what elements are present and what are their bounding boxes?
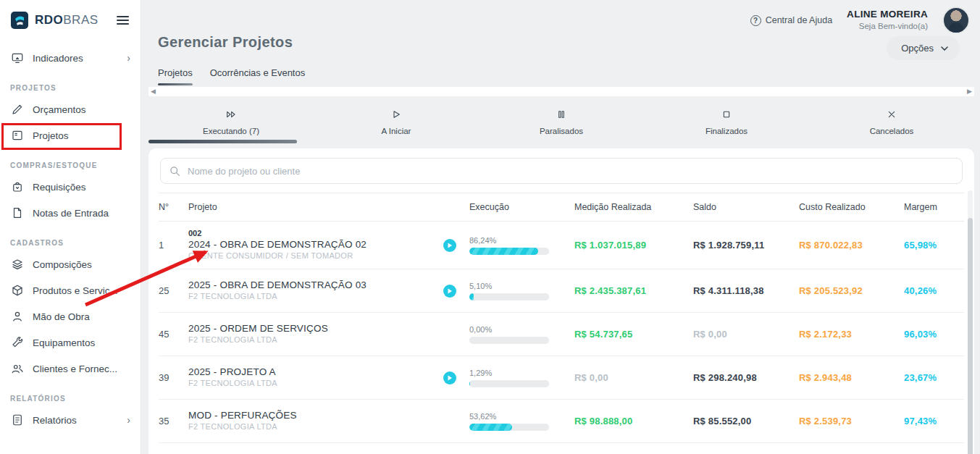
table-row[interactable]: 25 2025 - OBRA DE DEMONSTRAÇÃO 03 F2 TEC…	[159, 269, 964, 313]
logo-row: RDOBRAS	[0, 0, 141, 39]
status-label: Executando (7)	[203, 127, 259, 135]
sidebar-item-label: Projetos	[33, 130, 69, 141]
col-numero: N°	[159, 202, 188, 212]
hamburger-menu-icon[interactable]	[117, 14, 129, 27]
sidebar-item-ma-o-de-obra[interactable]: Mão de Obra ›	[0, 303, 141, 329]
chevron-down-icon	[941, 46, 948, 51]
project-code: 002	[188, 229, 443, 239]
scrollbar-thumb[interactable]	[968, 218, 973, 454]
col-margem: Margem	[904, 202, 964, 212]
tab-ocorrencias-e-eventos[interactable]: Ocorrências e Eventos	[210, 67, 306, 85]
horizontal-scrollbar[interactable]: ◀ ▶	[148, 87, 974, 96]
layers-icon	[10, 258, 24, 272]
sidebar-item-label: Composições	[33, 259, 92, 270]
sidebar-item-produtos-e-servic[interactable]: Produtos e Serviç... ›	[0, 277, 141, 303]
table-row[interactable]: 1 002 2024 - OBRA DE DEMONSTRAÇÃO 02 CLI…	[159, 222, 964, 269]
project-client: F2 TECNOLOGIA LTDA	[188, 335, 443, 345]
scroll-left-icon[interactable]: ◀	[151, 87, 156, 96]
status-tab-cancelados[interactable]: Cancelados	[809, 100, 974, 143]
playing-status-icon	[443, 239, 456, 252]
status-label: Paralisados	[540, 127, 583, 135]
execution-progress-bar	[469, 424, 549, 431]
sidebar-item-label: Equipamentos	[33, 337, 95, 348]
project-name[interactable]: 2025 - PROJETO A	[188, 366, 443, 379]
saldo-value: R$ 298.240,98	[693, 372, 799, 383]
saldo-value: R$ 85.552,00	[693, 416, 799, 426]
wrench-icon	[10, 336, 24, 350]
chevron-right-icon: ›	[127, 415, 130, 425]
sidebar-item-relato-rios[interactable]: Relatórios ›	[0, 407, 141, 433]
status-label: A Iniciar	[382, 127, 411, 135]
custo-realizado-value: R$ 2.539,73	[799, 416, 904, 426]
custo-realizado-value: R$ 2.943,48	[799, 372, 904, 383]
sidebar-item-notas-de-entrada[interactable]: Notas de Entrada ›	[0, 200, 141, 226]
sidebar-item-projetos[interactable]: Projetos ›	[0, 122, 141, 148]
table-body: 1 002 2024 - OBRA DE DEMONSTRAÇÃO 02 CLI…	[159, 222, 964, 454]
status-tab-a-iniciar[interactable]: A Iniciar	[314, 100, 479, 143]
cancel-icon	[886, 109, 897, 122]
sidebar-item-composic-o-es[interactable]: Composições ›	[0, 251, 141, 277]
help-center-link[interactable]: ? Central de Ajuda	[750, 15, 832, 26]
execution-progress-bar	[469, 337, 549, 344]
col-medicao-realizada: Medição Realizada	[574, 202, 693, 212]
sidebar-item-orc-amentos[interactable]: Orçamentos ›	[0, 96, 141, 122]
custo-realizado-value: R$ 2.172,33	[799, 329, 904, 340]
table-row[interactable]: 35 MOD - PERFURAÇÕES F2 TECNOLOGIA LTDA …	[159, 400, 964, 443]
status-tab-executando-7[interactable]: Executando (7)	[148, 100, 314, 143]
col-saldo: Saldo	[693, 202, 799, 212]
user-name: ALINE MOREIRA	[847, 9, 928, 21]
execution-percentage: 0,00%	[469, 325, 574, 334]
table-vertical-scrollbar[interactable]	[968, 190, 973, 454]
custo-realizado-value: R$ 205.523,92	[799, 285, 904, 296]
row-number: 1	[159, 240, 188, 251]
sidebar-item-label: Orçamentos	[33, 104, 86, 115]
search-icon	[169, 166, 180, 177]
monitor-icon	[10, 51, 24, 65]
execution-percentage: 5,10%	[469, 282, 574, 290]
sidebar-item-clientes-e-fornec[interactable]: Clientes e Fornec... ›	[0, 356, 141, 382]
project-name[interactable]: MOD - PERFURAÇÕES	[188, 410, 443, 422]
scroll-right-icon[interactable]: ▶	[967, 87, 972, 96]
medicao-realizada-value: R$ 2.435.387,61	[574, 285, 693, 296]
brand-name: RDOBRAS	[35, 13, 99, 28]
play-icon	[390, 109, 402, 122]
status-tab-finalizados[interactable]: Finalizados	[644, 100, 809, 143]
user-block[interactable]: ALINE MOREIRA Seja Bem-vindo(a)	[847, 9, 928, 31]
sidebar-item-label: Mão de Obra	[33, 311, 90, 322]
project-name[interactable]: 2025 - ORDEM DE SERVIÇOS	[188, 323, 443, 335]
playing-status-icon	[443, 371, 456, 384]
row-number: 45	[159, 329, 188, 340]
status-tab-paralisados[interactable]: Paralisados	[479, 100, 644, 143]
tab-projetos[interactable]: Projetos	[158, 67, 193, 85]
project-name[interactable]: 2024 - OBRA DE DEMONSTRAÇÃO 02	[188, 239, 443, 251]
user-greeting: Seja Bem-vindo(a)	[847, 21, 928, 31]
search-input[interactable]	[188, 166, 953, 177]
search-bar	[160, 158, 963, 184]
sidebar-section-label: RELATÓRIOS	[10, 395, 130, 404]
margem-value: 97,43%	[904, 416, 964, 426]
page-title: Gerenciar Projetos	[158, 34, 293, 51]
medicao-realizada-value: R$ 98.888,00	[574, 416, 693, 426]
project-name[interactable]: 2025 - OBRA DE DEMONSTRAÇÃO 03	[188, 279, 443, 292]
sidebar: RDOBRAS Indicadores › PROJETOS Orçamento…	[0, 0, 141, 454]
sidebar-nav: Indicadores › PROJETOS Orçamentos › Proj…	[0, 39, 141, 433]
margem-value: 65,98%	[904, 240, 964, 251]
board-icon	[10, 129, 24, 143]
sidebar-item-requisic-o-es[interactable]: Requisições ›	[0, 174, 141, 200]
col-execucao: Execução	[469, 202, 574, 212]
col-projeto: Projeto	[188, 202, 469, 212]
status-label: Finalizados	[705, 127, 747, 135]
options-button[interactable]: Opções	[887, 36, 960, 60]
user-avatar[interactable]	[942, 7, 970, 34]
table-row[interactable]: 45 2025 - ORDEM DE SERVIÇOS F2 TECNOLOGI…	[159, 313, 964, 356]
projects-table-card: N° Projeto Execução Medição Realizada Sa…	[148, 148, 974, 454]
execution-progress-bar	[469, 248, 549, 255]
medicao-realizada-value: R$ 0,00	[574, 372, 693, 383]
table-row[interactable]: 26 MODELO CONTRATO DE LOCAÇÃO 26,24% R$ …	[159, 443, 964, 454]
options-label: Opções	[901, 43, 934, 54]
table-row[interactable]: 39 2025 - PROJETO A F2 TECNOLOGIA LTDA 1…	[159, 356, 964, 400]
status-label: Cancelados	[870, 127, 914, 135]
fast-forward-icon	[225, 109, 237, 122]
sidebar-item-indicadores[interactable]: Indicadores ›	[0, 45, 141, 71]
sidebar-item-equipamentos[interactable]: Equipamentos ›	[0, 329, 141, 356]
